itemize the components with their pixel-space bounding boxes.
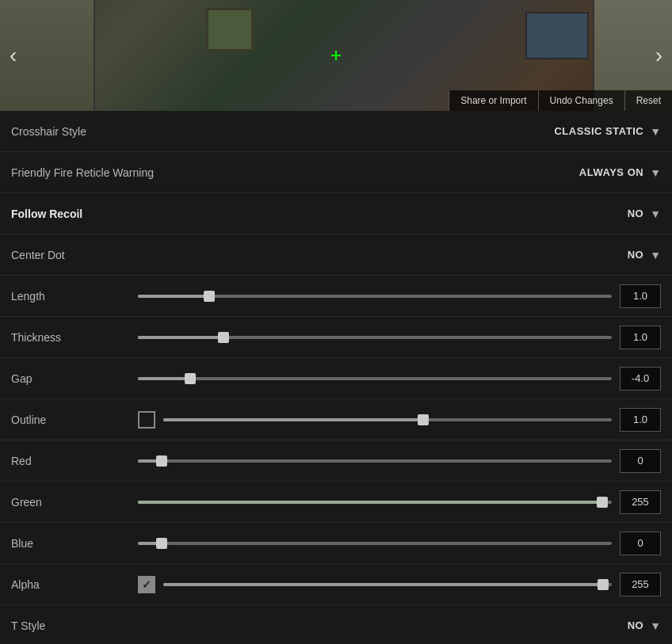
outline-row: Outline 1.0 — [0, 399, 672, 440]
t-style-row: T Style NO ▼ — [0, 605, 672, 644]
red-slider-thumb[interactable] — [156, 455, 167, 467]
length-label: Length — [11, 290, 138, 303]
center-dot-dropdown[interactable]: NO ▼ — [628, 249, 661, 261]
outline-slider[interactable] — [163, 418, 612, 421]
friendly-fire-chevron: ▼ — [650, 166, 661, 179]
follow-recoil-dropdown[interactable]: NO ▼ — [628, 208, 661, 220]
alpha-slider-section: ✓ 255 — [138, 573, 661, 596]
green-label: Green — [11, 496, 138, 509]
red-row: Red 0 — [0, 440, 672, 482]
thickness-slider[interactable] — [138, 336, 612, 339]
green-slider[interactable] — [138, 501, 612, 504]
center-dot-label: Center Dot — [11, 249, 138, 261]
blue-row: Blue 0 — [0, 523, 672, 564]
outline-slider-fill — [163, 418, 423, 421]
thickness-row: Thickness 1.0 — [0, 317, 672, 358]
green-slider-section: 255 — [138, 490, 661, 514]
length-row: Length 1.0 — [0, 276, 672, 317]
preview-buttons: Share or Import Undo Changes Reset — [449, 90, 672, 111]
length-slider-fill — [138, 295, 209, 298]
t-style-chevron: ▼ — [650, 619, 661, 632]
friendly-fire-value: ALWAYS ON — [579, 166, 643, 178]
follow-recoil-label: Follow Recoil — [11, 208, 138, 220]
outline-checkbox[interactable] — [138, 411, 155, 429]
settings-panel: Crosshair Style CLASSIC STATIC ▼ Friendl… — [0, 111, 672, 644]
crosshair-style-dropdown[interactable]: CLASSIC STATIC ▼ — [554, 125, 661, 138]
follow-recoil-value: NO — [628, 208, 644, 219]
gap-slider[interactable] — [138, 377, 612, 380]
alpha-checkbox[interactable]: ✓ — [138, 576, 155, 593]
crosshair-style-value: CLASSIC STATIC — [554, 125, 643, 137]
t-style-value: NO — [628, 619, 644, 631]
center-dot-row: Center Dot NO ▼ — [0, 234, 672, 276]
blue-label: Blue — [11, 537, 138, 550]
blue-value[interactable]: 0 — [620, 532, 661, 555]
outline-slider-thumb[interactable] — [418, 414, 429, 425]
red-slider-section: 0 — [138, 449, 661, 473]
alpha-value[interactable]: 255 — [620, 573, 661, 596]
alpha-slider[interactable] — [163, 583, 612, 586]
blue-slider[interactable] — [138, 542, 612, 545]
next-arrow[interactable]: › — [649, 40, 669, 71]
length-slider-section: 1.0 — [138, 284, 661, 308]
prev-arrow[interactable]: ‹ — [3, 40, 23, 71]
friendly-fire-dropdown[interactable]: ALWAYS ON ▼ — [579, 166, 661, 179]
outline-label: Outline — [11, 413, 138, 426]
length-value[interactable]: 1.0 — [620, 284, 661, 308]
crosshair-indicator — [331, 51, 341, 60]
green-row: Green 255 — [0, 482, 672, 523]
length-slider-thumb[interactable] — [204, 291, 215, 302]
blue-slider-section: 0 — [138, 532, 661, 555]
alpha-row: Alpha ✓ 255 — [0, 564, 672, 605]
thickness-slider-fill — [138, 336, 223, 339]
friendly-fire-row: Friendly Fire Reticle Warning ALWAYS ON … — [0, 152, 672, 193]
alpha-slider-fill — [163, 583, 603, 586]
gap-slider-section: -4.0 — [138, 367, 661, 391]
green-slider-fill — [138, 501, 602, 504]
alpha-check-mark: ✓ — [142, 578, 151, 591]
undo-changes-button[interactable]: Undo Changes — [538, 90, 624, 111]
red-slider[interactable] — [138, 459, 612, 463]
alpha-slider-thumb[interactable] — [598, 579, 609, 590]
crosshair-style-label: Crosshair Style — [11, 125, 138, 138]
center-dot-value: NO — [628, 249, 644, 261]
thickness-label: Thickness — [11, 331, 138, 344]
length-slider[interactable] — [138, 295, 612, 298]
green-slider-thumb[interactable] — [597, 497, 608, 508]
red-label: Red — [11, 455, 138, 467]
green-value[interactable]: 255 — [620, 490, 661, 514]
gap-row: Gap -4.0 — [0, 358, 672, 399]
t-style-label: T Style — [11, 619, 138, 632]
thickness-slider-section: 1.0 — [138, 326, 661, 349]
center-dot-chevron: ▼ — [650, 249, 661, 261]
outline-value[interactable]: 1.0 — [620, 408, 661, 432]
outline-slider-section: 1.0 — [138, 408, 661, 432]
preview-area: ‹ › Share or Import Undo Changes Reset — [0, 0, 672, 111]
crosshair-style-row: Crosshair Style CLASSIC STATIC ▼ — [0, 111, 672, 152]
crosshair-style-chevron: ▼ — [650, 125, 661, 138]
reset-button[interactable]: Reset — [624, 90, 672, 111]
follow-recoil-chevron: ▼ — [650, 208, 661, 220]
follow-recoil-row: Follow Recoil NO ▼ — [0, 193, 672, 234]
thickness-slider-thumb[interactable] — [218, 332, 229, 343]
gap-slider-fill — [138, 377, 190, 380]
share-import-button[interactable]: Share or Import — [449, 90, 537, 111]
thickness-value[interactable]: 1.0 — [620, 326, 661, 349]
t-style-dropdown[interactable]: NO ▼ — [628, 619, 661, 632]
red-value[interactable]: 0 — [620, 449, 661, 473]
friendly-fire-label: Friendly Fire Reticle Warning — [11, 166, 154, 179]
gap-slider-thumb[interactable] — [185, 373, 196, 384]
gap-label: Gap — [11, 372, 138, 385]
blue-slider-thumb[interactable] — [156, 538, 167, 549]
alpha-label: Alpha — [11, 578, 138, 591]
gap-value[interactable]: -4.0 — [620, 367, 661, 391]
